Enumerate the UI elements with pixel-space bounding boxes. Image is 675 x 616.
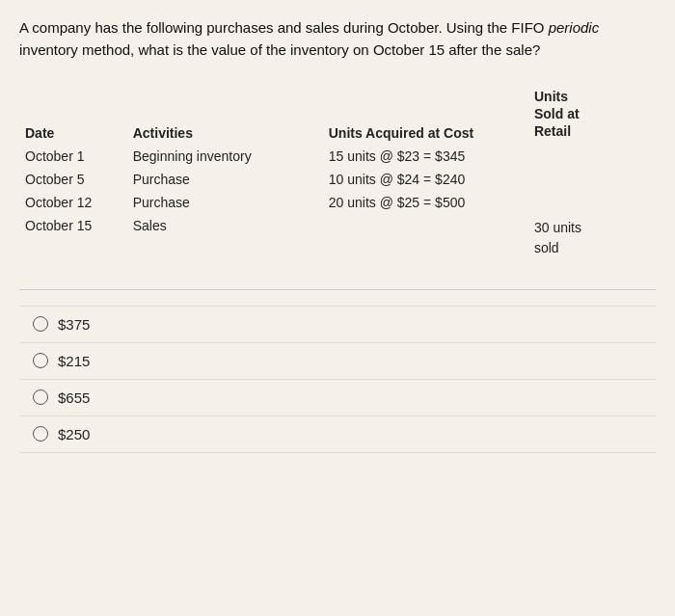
header-units-sold: Units Sold at Retail (528, 84, 656, 145)
units-cell: 20 units @ $25 = $500 (323, 191, 528, 214)
table-row: October 12 Purchase 20 units @ $25 = $50… (19, 191, 656, 214)
answer-options: $375 $215 $655 $250 (19, 306, 656, 453)
question-text: A company has the following purchases an… (19, 17, 656, 61)
radio-3[interactable] (33, 389, 48, 405)
sold-cell (528, 191, 656, 214)
units-cell: 15 units @ $23 = $345 (323, 145, 528, 168)
option-2[interactable]: $215 (19, 342, 656, 379)
activity-cell: Sales (127, 214, 323, 262)
date-cell: October 12 (19, 191, 127, 214)
header-activities: Activities (127, 84, 323, 145)
option-label-1: $375 (58, 316, 90, 333)
units-cell: 10 units @ $24 = $240 (323, 168, 528, 191)
sold-cell (528, 145, 656, 168)
option-3[interactable]: $655 (19, 379, 656, 415)
option-label-4: $250 (58, 426, 90, 442)
header-date: Date (19, 84, 127, 145)
option-label-2: $215 (58, 353, 90, 369)
table-row: October 5 Purchase 10 units @ $24 = $240 (19, 168, 656, 191)
units-cell (323, 214, 528, 262)
activity-cell: Purchase (127, 191, 323, 214)
option-1[interactable]: $375 (19, 306, 656, 342)
inventory-table: Date Activities Units Acquired at Cost U… (19, 84, 656, 262)
option-label-3: $655 (58, 389, 90, 406)
table-row: October 15 Sales 30 units sold (19, 214, 656, 262)
radio-1[interactable] (33, 316, 48, 332)
radio-4[interactable] (33, 426, 48, 442)
radio-2[interactable] (33, 353, 48, 368)
option-4[interactable]: $250 (19, 415, 656, 453)
date-cell: October 1 (19, 145, 127, 168)
date-cell: October 15 (19, 214, 127, 262)
activity-cell: Beginning inventory (127, 145, 323, 168)
divider (19, 289, 656, 290)
sold-cell (528, 168, 656, 191)
date-cell: October 5 (19, 168, 127, 191)
activity-cell: Purchase (127, 168, 323, 191)
sold-cell: 30 units sold (528, 214, 656, 262)
header-units-acquired: Units Acquired at Cost (323, 84, 528, 145)
table-row: October 1 Beginning inventory 15 units @… (19, 145, 656, 168)
